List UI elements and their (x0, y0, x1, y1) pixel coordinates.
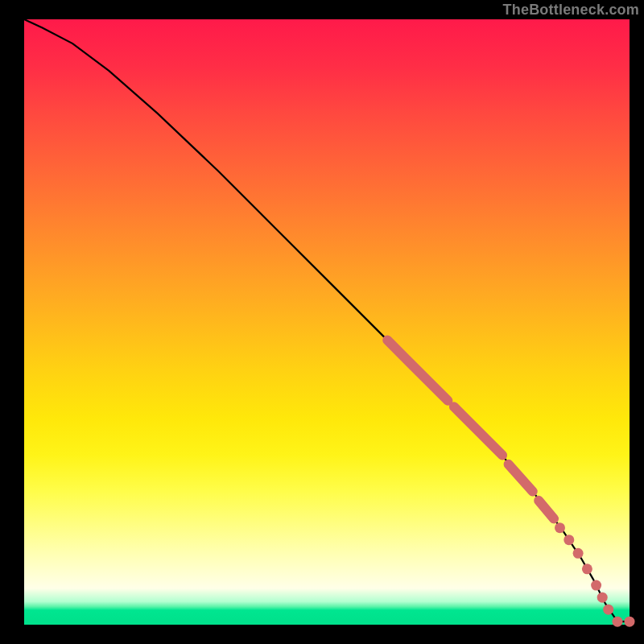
curve-line (24, 19, 630, 621)
highlight-point (582, 564, 592, 574)
highlight-segment (539, 501, 554, 519)
highlight-point (603, 605, 613, 615)
highlight-point (597, 592, 608, 603)
attribution-text: TheBottleneck.com (503, 2, 639, 19)
highlight-point (564, 535, 574, 545)
chart-svg (24, 19, 630, 625)
highlight-point (573, 548, 584, 559)
highlight-point (591, 580, 601, 591)
chart-frame: TheBottleneck.com (0, 0, 644, 644)
highlight-point (613, 617, 623, 627)
highlight-segment (454, 407, 502, 455)
highlight-segment (509, 464, 533, 492)
highlight-point (555, 522, 565, 533)
highlight-segment (387, 341, 448, 401)
highlight-points (555, 522, 635, 627)
highlight-point (625, 617, 635, 627)
highlight-segments (387, 341, 554, 519)
plot-area (24, 19, 630, 625)
